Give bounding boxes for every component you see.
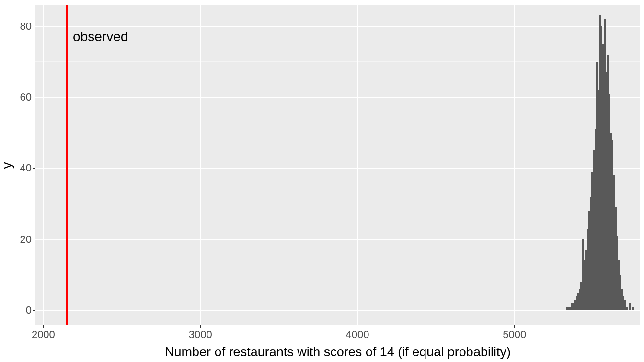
- grid-major-h: [35, 26, 640, 27]
- histogram-bar: [626, 307, 627, 310]
- x-tick: [43, 325, 44, 328]
- grid-minor-h: [35, 133, 640, 133]
- grid-major-h: [35, 168, 640, 169]
- y-tick-label: 60: [14, 92, 32, 102]
- x-tick-label: 3000: [186, 329, 215, 340]
- x-axis-title: Number of restaurants with scores of 14 …: [35, 345, 640, 360]
- chart-container: observed2000300040005000020406080 y Numb…: [0, 0, 644, 362]
- grid-minor-h: [35, 61, 640, 62]
- grid-minor-v: [122, 5, 122, 325]
- x-tick-label: 4000: [343, 329, 372, 340]
- plot-panel: [35, 5, 640, 325]
- observed-vline: [66, 5, 68, 325]
- grid-major-v: [200, 5, 201, 325]
- grid-major-v: [43, 5, 44, 325]
- histogram-bar: [632, 307, 634, 310]
- observed-annotation: observed: [73, 29, 128, 45]
- x-tick: [514, 325, 515, 328]
- grid-major-v: [514, 5, 515, 325]
- grid-major-h: [35, 310, 640, 311]
- grid-major-h: [35, 97, 640, 98]
- grid-minor-h: [35, 204, 640, 204]
- x-tick-label: 5000: [500, 329, 529, 340]
- grid-major-v: [357, 5, 358, 325]
- y-tick-label: 80: [14, 21, 32, 32]
- y-axis-title: y: [0, 154, 15, 178]
- y-tick-label: 20: [14, 234, 32, 245]
- grid-minor-v: [279, 5, 279, 325]
- y-tick: [33, 168, 35, 169]
- y-tick: [33, 310, 35, 311]
- grid-minor-v: [436, 5, 436, 325]
- histogram-bar: [629, 303, 631, 310]
- y-tick: [33, 97, 35, 97]
- grid-minor-h: [35, 275, 640, 275]
- x-tick: [357, 325, 357, 328]
- y-tick: [33, 26, 35, 26]
- y-tick-label: 40: [14, 163, 32, 173]
- y-tick-label: 0: [14, 305, 32, 316]
- x-tick-label: 2000: [29, 329, 58, 340]
- x-tick: [200, 325, 201, 328]
- y-tick: [33, 239, 35, 239]
- grid-major-h: [35, 239, 640, 240]
